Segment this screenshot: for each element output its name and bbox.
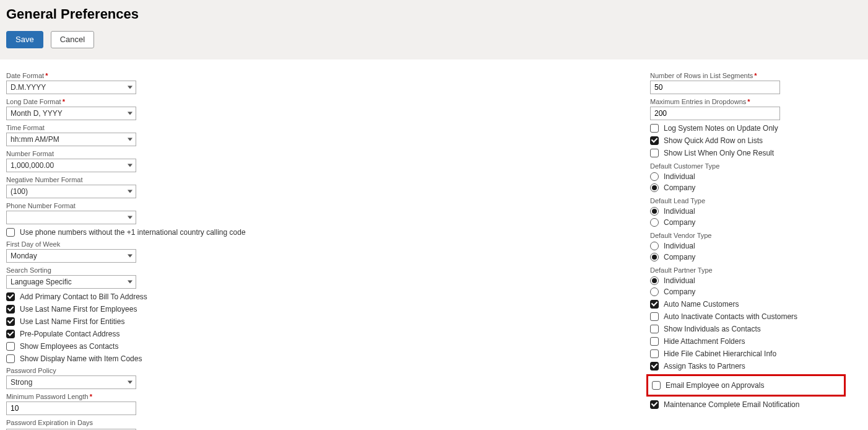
date-format-select[interactable]: D.M.YYYY xyxy=(6,81,136,94)
checkbox-label: Pre-Populate Contact Address xyxy=(20,330,119,338)
radio-group-label: Default Vendor Type xyxy=(650,232,842,239)
checkbox-icon xyxy=(650,400,659,409)
left-checkbox[interactable]: Show Employees as Contacts xyxy=(6,342,625,351)
radio-label: Company xyxy=(664,218,695,227)
right-checkbox[interactable]: Hide Attachment Folders xyxy=(650,337,842,346)
checkbox-label: Hide File Cabinet Hierarchical Info xyxy=(664,349,776,358)
right-checkbox[interactable]: Auto Inactivate Contacts with Customers xyxy=(650,312,842,321)
radio-option[interactable]: Company xyxy=(650,253,842,261)
radio-group-label: Default Lead Type xyxy=(650,197,842,204)
checkbox-icon xyxy=(650,337,659,346)
phone-format-select[interactable] xyxy=(6,211,136,224)
radio-icon xyxy=(650,218,659,227)
radio-option[interactable]: Individual xyxy=(650,276,842,285)
time-format-label: Time Format xyxy=(6,124,625,131)
max-dropdown-label: Maximum Entries in Dropdowns* xyxy=(650,98,842,105)
neg-number-format-select[interactable]: (100) xyxy=(6,185,136,198)
checkbox-icon xyxy=(650,362,659,371)
radio-label: Individual xyxy=(664,207,695,216)
radio-icon xyxy=(650,172,659,181)
checkbox-icon xyxy=(6,317,15,326)
left-checkbox[interactable]: Pre-Populate Contact Address xyxy=(6,330,625,338)
first-day-label: First Day of Week xyxy=(6,240,625,248)
phone-format-label: Phone Number Format xyxy=(6,202,625,209)
number-format-label: Number Format xyxy=(6,150,625,157)
left-checkbox[interactable]: Use Last Name First for Employees xyxy=(6,305,625,314)
checkbox-label: Use Last Name First for Employees xyxy=(20,305,137,314)
save-button[interactable]: Save xyxy=(6,31,43,48)
checkbox-label: Add Primary Contact to Bill To Address xyxy=(20,292,147,301)
radio-option[interactable]: Company xyxy=(650,218,842,227)
radio-icon xyxy=(650,276,659,285)
checkbox-label: Assign Tasks to Partners xyxy=(664,362,745,371)
radio-option[interactable]: Individual xyxy=(650,207,842,216)
radio-option[interactable]: Individual xyxy=(650,242,842,250)
password-policy-label: Password Policy xyxy=(6,367,625,374)
right-checkbox[interactable]: Auto Name Customers xyxy=(650,300,842,309)
min-pw-len-label: Minimum Password Length* xyxy=(6,393,625,400)
phone-no-intl-checkbox[interactable]: Use phone numbers without the +1 interna… xyxy=(6,228,625,237)
checkbox-label: Auto Inactivate Contacts with Customers xyxy=(664,312,797,321)
checkbox-label: Auto Name Customers xyxy=(664,300,739,309)
action-buttons: Save Cancel xyxy=(6,31,862,48)
checkbox-icon xyxy=(6,330,15,338)
time-format-select[interactable]: hh:mm AM/PM xyxy=(6,133,136,146)
checkbox-label: Log System Notes on Update Only xyxy=(664,124,778,133)
radio-icon xyxy=(650,287,659,296)
checkbox-label: Hide Attachment Folders xyxy=(664,337,745,346)
search-sorting-select[interactable]: Language Specific xyxy=(6,275,136,289)
checkbox-icon xyxy=(650,300,659,309)
right-checkbox[interactable]: Maintenance Complete Email Notification xyxy=(650,400,842,409)
checkbox-icon xyxy=(650,325,659,333)
checkbox-icon xyxy=(6,342,15,351)
checkbox-icon xyxy=(650,124,659,133)
right-checkbox[interactable]: Show Quick Add Row on Lists xyxy=(650,136,842,145)
radio-label: Company xyxy=(664,287,695,296)
right-column: Number of Rows in List Segments* Maximum… xyxy=(650,72,842,430)
email-employee-approvals-checkbox[interactable]: Email Employee on Approvals xyxy=(652,381,840,390)
rows-segments-label: Number of Rows in List Segments* xyxy=(650,72,842,79)
long-date-format-label: Long Date Format* xyxy=(6,98,625,105)
checkbox-label: Email Employee on Approvals xyxy=(666,381,764,390)
checkbox-label: Show Employees as Contacts xyxy=(20,342,118,351)
pw-exp-label: Password Expiration in Days xyxy=(6,419,625,426)
password-policy-select[interactable]: Strong xyxy=(6,375,136,389)
rows-segments-input[interactable] xyxy=(650,81,780,94)
radio-group-label: Default Partner Type xyxy=(650,266,842,274)
radio-icon xyxy=(650,253,659,261)
neg-number-format-label: Negative Number Format xyxy=(6,176,625,183)
right-checkbox[interactable]: Hide File Cabinet Hierarchical Info xyxy=(650,349,842,358)
checkbox-label: Show Quick Add Row on Lists xyxy=(664,136,763,145)
checkbox-label: Use Last Name First for Entities xyxy=(20,317,124,326)
number-format-select[interactable]: 1,000,000.00 xyxy=(6,159,136,172)
radio-group-label: Default Customer Type xyxy=(650,162,842,170)
search-sorting-label: Search Sorting xyxy=(6,266,625,274)
left-checkbox[interactable]: Add Primary Contact to Bill To Address xyxy=(6,292,625,301)
right-checkbox[interactable]: Show List When Only One Result xyxy=(650,149,842,157)
min-pw-len-input[interactable] xyxy=(6,401,136,415)
checkbox-icon xyxy=(6,228,15,237)
left-checkbox[interactable]: Show Display Name with Item Codes xyxy=(6,354,625,363)
right-checkbox[interactable]: Show Individuals as Contacts xyxy=(650,325,842,333)
radio-label: Individual xyxy=(664,276,695,285)
first-day-select[interactable]: Monday xyxy=(6,249,136,263)
preferences-form: Date Format* D.M.YYYY Long Date Format* … xyxy=(0,59,868,430)
radio-label: Individual xyxy=(664,172,695,181)
checkbox-icon xyxy=(652,381,661,390)
radio-option[interactable]: Company xyxy=(650,287,842,296)
radio-option[interactable]: Individual xyxy=(650,172,842,181)
right-checkbox[interactable]: Assign Tasks to Partners xyxy=(650,362,842,371)
radio-icon xyxy=(650,242,659,250)
highlight-annotation: Email Employee on Approvals xyxy=(646,374,846,397)
left-checkbox[interactable]: Use Last Name First for Entities xyxy=(6,317,625,326)
cancel-button[interactable]: Cancel xyxy=(51,31,94,48)
page-title: General Preferences xyxy=(6,6,862,22)
long-date-format-select[interactable]: Month D, YYYY xyxy=(6,107,136,120)
checkbox-icon xyxy=(650,349,659,358)
radio-icon xyxy=(650,183,659,192)
max-dropdown-input[interactable] xyxy=(650,107,780,120)
radio-label: Company xyxy=(664,183,695,192)
right-checkbox[interactable]: Log System Notes on Update Only xyxy=(650,124,842,133)
radio-option[interactable]: Company xyxy=(650,183,842,192)
page-header: General Preferences Save Cancel xyxy=(0,0,868,59)
